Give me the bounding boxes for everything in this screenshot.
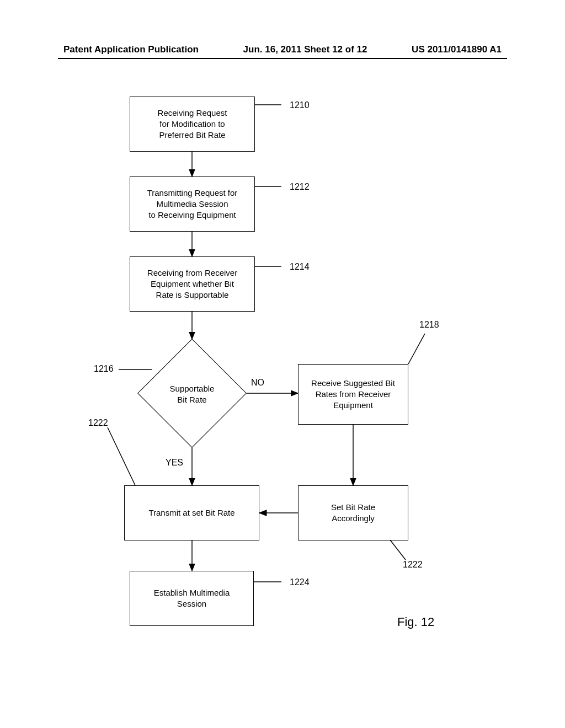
ref-1214: 1214 (290, 262, 310, 272)
box-set-bitrate: Set Bit RateAccordingly (298, 485, 408, 540)
header-left: Patent Application Publication (63, 44, 199, 55)
box-receive-suggested: Receive Suggested BitRates from Receiver… (298, 364, 408, 425)
ref-1222b: 1222 (403, 560, 423, 570)
edge-no: NO (251, 378, 264, 388)
header-rule (58, 58, 507, 59)
flowchart: Receiving Requestfor Modification toPref… (0, 88, 565, 728)
page-header: Patent Application Publication Jun. 16, … (0, 44, 565, 55)
box-text: Receiving Requestfor Modification toPref… (158, 108, 227, 141)
ref-1222a: 1222 (88, 418, 108, 428)
box-transmit-request: Transmitting Request forMultimedia Sessi… (130, 176, 255, 232)
connectors (0, 88, 565, 728)
figure-label: Fig. 12 (397, 615, 434, 629)
box-text: Receiving from ReceiverEquipment whether… (147, 267, 237, 301)
box-receive-request: Receiving Requestfor Modification toPref… (130, 97, 255, 152)
box-text: Transmitting Request forMultimedia Sessi… (147, 188, 238, 221)
box-text: Establish MultimediaSession (154, 587, 230, 610)
header-center: Jun. 16, 2011 Sheet 12 of 12 (243, 44, 367, 55)
header-right: US 2011/0141890 A1 (412, 44, 502, 55)
decision-supportable (137, 339, 247, 448)
edge-yes: YES (166, 458, 183, 468)
box-receive-supportable: Receiving from ReceiverEquipment whether… (130, 256, 255, 312)
box-transmit-bitrate: Transmit at set Bit Rate (124, 485, 259, 540)
box-text: Transmit at set Bit Rate (148, 507, 234, 518)
ref-1224: 1224 (290, 577, 310, 587)
box-text: Set Bit RateAccordingly (331, 502, 375, 524)
box-text: Receive Suggested BitRates from Receiver… (311, 378, 395, 411)
ref-1212: 1212 (290, 182, 310, 192)
box-establish-session: Establish MultimediaSession (130, 571, 254, 626)
ref-1218: 1218 (419, 320, 439, 330)
ref-1210: 1210 (290, 100, 310, 110)
ref-1216: 1216 (94, 364, 114, 374)
svg-line-13 (408, 334, 425, 364)
svg-line-14 (108, 427, 135, 485)
